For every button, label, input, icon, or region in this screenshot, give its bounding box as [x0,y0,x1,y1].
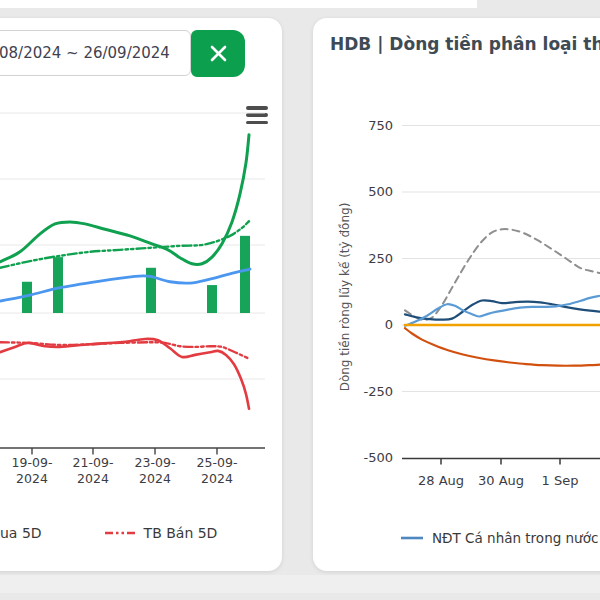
top-strip [0,0,477,8]
x-tick-label: 25-09- 2024 [185,455,249,488]
money-flow-chart [0,18,282,571]
hdb-flow-card: HDB | Dòng tiền phân loại the Dòng tiền … [313,18,600,571]
bottom-band [0,575,600,593]
chart-title: HDB | Dòng tiền phân loại the [330,34,600,54]
volume-bar [53,257,63,313]
x-tick-label: 1 Sep [530,473,590,488]
legend-item-tb-mua[interactable]: ua 5D [0,525,42,541]
x-tick-label: 28 Aug [411,473,471,488]
volume-bar [240,236,250,313]
x-tick-label: 30 Aug [471,473,531,488]
y-tick-label: 500 [347,184,393,199]
y-tick-label: 750 [347,118,393,133]
volume-bar [207,285,217,313]
series-dark-orange [405,328,600,366]
volume-bar [146,268,156,313]
y-tick-label: -500 [347,450,393,465]
x-tick-label: 23-09- 2024 [123,455,187,488]
x-tick-label: 21-09- 2024 [61,455,125,488]
y-tick-label: -250 [347,384,393,399]
hdb-line-chart [402,110,600,470]
dashdot-line-icon [104,529,136,537]
legend-item-ndt-ca-nhan: NĐT Cá nhân trong nước [432,530,598,546]
y-tick-label: 250 [347,251,393,266]
x-tick-label: 19-09- 2024 [0,455,64,488]
line-icon [400,534,424,542]
series-nđt-cá-nhân-trong-nước [405,296,600,326]
y-tick-label: 0 [347,317,393,332]
right-chart-legend: NĐT Cá nhân trong nước [400,530,598,546]
page: { "page": {"background": "#e9e9e9"}, "le… [0,0,600,600]
left-chart-legend: ua 5D TB Bán 5D [0,525,217,541]
money-flow-card: 08/2024 ~ 26/09/2024 19-09- 202421-09- 2… [0,18,282,571]
series-gray-dashed [405,229,600,320]
series-red-solid [0,339,249,409]
legend-item-tb-ban[interactable]: TB Bán 5D [144,525,218,541]
